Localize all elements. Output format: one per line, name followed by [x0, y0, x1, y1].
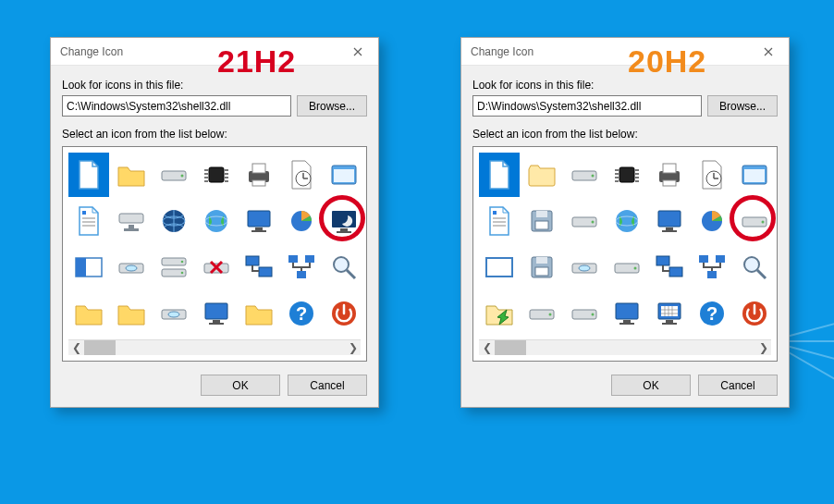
globe-xp-icon[interactable] — [607, 199, 647, 243]
svg-rect-107 — [699, 255, 708, 263]
question-blue-xp-icon[interactable]: ? — [692, 291, 732, 336]
chip-icon[interactable] — [196, 153, 237, 197]
pie-chart-icon[interactable] — [281, 199, 322, 243]
printer-xp-icon[interactable] — [649, 153, 690, 197]
x-drive-xp-icon[interactable] — [607, 245, 647, 289]
scroll-right-button[interactable]: ❯ — [755, 340, 771, 355]
magnifier-xp-icon[interactable] — [734, 245, 775, 289]
green-arrow-xp-icon[interactable] — [479, 291, 520, 336]
x-drive-icon[interactable] — [196, 245, 237, 289]
icon-file-path-input[interactable] — [472, 95, 702, 117]
moon-monitor-icon[interactable] — [324, 199, 364, 243]
clock-file-icon[interactable] — [281, 153, 322, 197]
manila-folder-icon[interactable] — [111, 291, 152, 336]
folder-xp-icon[interactable] — [521, 153, 562, 197]
icon-file-path-input[interactable] — [62, 95, 291, 117]
drive-stack-xp-icon[interactable] — [521, 291, 562, 336]
computer-network-icon[interactable] — [239, 245, 279, 289]
dialog-title: Change Icon — [471, 45, 534, 58]
text-file-xp-icon[interactable] — [479, 199, 520, 243]
floppy-stack-xp-icon[interactable] — [521, 199, 562, 243]
window-frame-xp-icon[interactable] — [734, 153, 775, 197]
network-drive-icon[interactable] — [111, 199, 152, 243]
network-icon[interactable] — [281, 245, 322, 289]
power-red-icon[interactable] — [324, 291, 364, 336]
globe-dark-icon[interactable] — [153, 199, 194, 243]
svg-point-51 — [334, 257, 349, 272]
question-blue-icon[interactable]: ? — [281, 291, 322, 336]
svg-rect-50 — [297, 271, 306, 278]
monitor-xp-icon[interactable] — [649, 199, 690, 243]
svg-rect-7 — [204, 177, 208, 178]
svg-rect-116 — [616, 303, 638, 319]
svg-rect-79 — [744, 169, 765, 182]
scroll-track[interactable] — [84, 340, 345, 355]
svg-rect-69 — [635, 177, 639, 178]
svg-rect-10 — [225, 180, 228, 182]
printer-icon[interactable] — [239, 153, 279, 197]
svg-rect-19 — [82, 211, 86, 215]
cd-stack-xp-icon[interactable] — [564, 245, 605, 289]
two-pane-icon[interactable] — [68, 245, 109, 289]
screen-xp-icon[interactable] — [607, 291, 647, 336]
svg-rect-91 — [658, 211, 681, 227]
hard-drive-icon[interactable] — [153, 153, 194, 197]
ok-button[interactable]: OK — [201, 375, 280, 396]
window-frame-icon[interactable] — [324, 153, 364, 197]
text-file-icon[interactable] — [68, 199, 109, 243]
drive-xp-icon[interactable] — [564, 153, 605, 197]
green-folder-arrow-icon[interactable] — [68, 291, 109, 336]
grid-folder-icon[interactable] — [239, 291, 279, 336]
disc-drive-icon[interactable] — [153, 291, 194, 336]
cd-drive-xp-icon[interactable] — [564, 199, 605, 243]
cancel-button[interactable]: Cancel — [288, 375, 367, 396]
horizontal-scrollbar[interactable]: ❮ ❯ — [68, 339, 361, 355]
pie-chart-xp-icon[interactable] — [692, 199, 732, 243]
screen-icon[interactable] — [196, 291, 237, 336]
drive2-xp-icon[interactable] — [564, 291, 605, 336]
computer-network-xp-icon[interactable] — [649, 245, 690, 289]
magnifier-icon[interactable] — [324, 245, 364, 289]
lookfor-label: Look for icons in this file: — [62, 79, 367, 92]
svg-rect-5 — [204, 173, 208, 175]
scroll-thumb[interactable] — [495, 340, 526, 355]
svg-rect-92 — [666, 227, 673, 230]
svg-rect-70 — [615, 180, 619, 182]
cancel-button[interactable]: Cancel — [698, 375, 778, 396]
horizontal-scrollbar[interactable]: ❮ ❯ — [479, 339, 771, 355]
network-xp-icon[interactable] — [692, 245, 732, 289]
scroll-right-button[interactable]: ❯ — [345, 340, 361, 355]
scroll-left-button[interactable]: ❮ — [479, 340, 495, 355]
chip-xp-icon[interactable] — [607, 153, 647, 197]
svg-rect-3 — [204, 169, 208, 171]
folder-icon[interactable] — [111, 153, 152, 197]
svg-rect-109 — [707, 271, 717, 278]
svg-rect-30 — [248, 211, 270, 227]
power-red-xp-icon[interactable] — [734, 291, 775, 336]
scroll-track[interactable] — [495, 340, 755, 355]
network-services-icon[interactable] — [153, 245, 194, 289]
svg-rect-57 — [209, 323, 224, 325]
monitor-grid-xp-icon[interactable] — [649, 291, 690, 336]
desktop-monitor-icon[interactable] — [239, 199, 279, 243]
svg-rect-108 — [716, 255, 725, 263]
browse-button[interactable]: Browse... — [297, 95, 367, 117]
globe-icon[interactable] — [196, 199, 237, 243]
floppy-xp-icon[interactable] — [521, 245, 562, 289]
scroll-thumb[interactable] — [84, 340, 116, 355]
clock-file-xp-icon[interactable] — [692, 153, 732, 197]
svg-rect-6 — [225, 173, 228, 175]
optical-drive-icon[interactable] — [111, 245, 152, 289]
ok-button[interactable]: OK — [611, 375, 691, 396]
close-button[interactable] — [337, 38, 378, 66]
scroll-left-button[interactable]: ❮ — [68, 340, 84, 355]
svg-rect-47 — [259, 267, 272, 277]
icon-list: ? ❮ ❯ — [472, 146, 778, 362]
blank-file-xp-icon[interactable] — [479, 153, 520, 197]
close-button[interactable] — [747, 38, 789, 66]
blank-file-icon[interactable] — [68, 153, 109, 197]
browse-button[interactable]: Browse... — [707, 95, 778, 117]
svg-rect-73 — [663, 164, 676, 173]
moon-drive-xp-icon[interactable] — [734, 199, 775, 243]
window-blank-xp-icon[interactable] — [479, 245, 520, 289]
